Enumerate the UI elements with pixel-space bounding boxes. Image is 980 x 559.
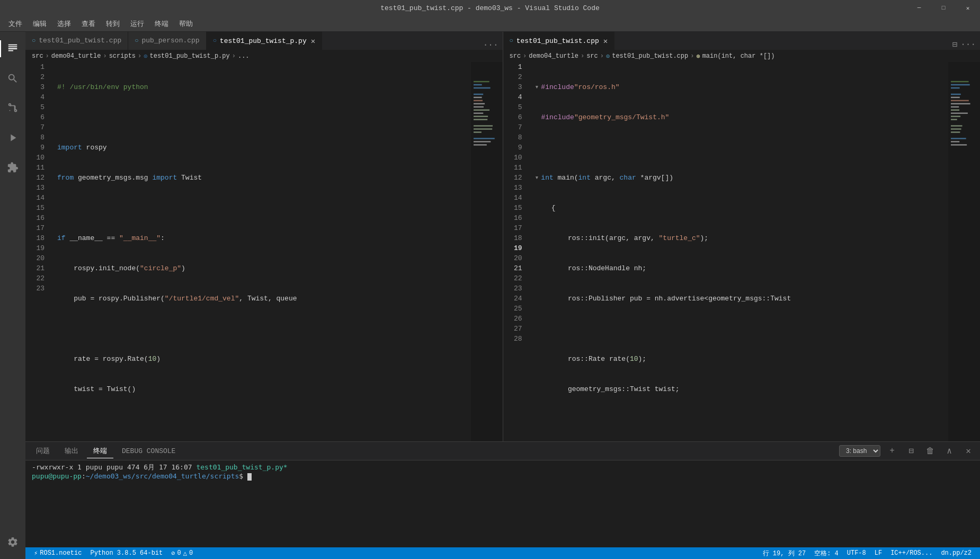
- panel-close-button[interactable]: ✕: [961, 443, 976, 458]
- panel-tab-problems[interactable]: 问题: [30, 444, 56, 458]
- right-tab-bar: ○ test01_pub_twist.cpp ✕ ⊟ ···: [503, 32, 981, 50]
- activity-source-control[interactable]: [0, 95, 25, 121]
- status-ros[interactable]: ⚡ ROS1.noetic: [30, 547, 86, 559]
- terminal-content[interactable]: -rwxrwxr-x 1 pupu pupu 474 6月 17 16:07 t…: [25, 460, 980, 547]
- terminal-line1: -rwxrwxr-x 1 pupu pupu 474 6月 17 16:07 t…: [32, 463, 974, 472]
- rbc-fn-name: main(int, char *[]): [702, 52, 775, 60]
- menu-select[interactable]: 选择: [53, 17, 75, 31]
- terminal-split-button[interactable]: ⊟: [904, 443, 919, 458]
- ros-icon: ⚡: [34, 549, 38, 557]
- bc-scripts: scripts: [109, 52, 136, 60]
- menu-view[interactable]: 查看: [77, 17, 100, 31]
- main-layout: ○ test01_pub_twist.cpp ○ pub_person.cpp …: [0, 32, 980, 559]
- left-tab-bar: ○ test01_pub_twist.cpp ○ pub_person.cpp …: [25, 32, 503, 50]
- right-editor-pane: ○ test01_pub_twist.cpp ✕ ⊟ ··· src › dem…: [503, 32, 981, 441]
- menu-goto[interactable]: 转到: [102, 17, 124, 31]
- code-line: [535, 414, 949, 424]
- activity-bar: [0, 32, 25, 559]
- rbc-fn-icon: ⊛: [696, 52, 700, 60]
- terminal-add-button[interactable]: +: [885, 443, 899, 458]
- panel-tab-output[interactable]: 输出: [58, 444, 85, 458]
- panel-tab-terminal[interactable]: 终端: [87, 444, 113, 458]
- code-line: {: [535, 203, 949, 213]
- rbc-demo04: demo04_turtle: [529, 52, 578, 60]
- panel-tab-debug[interactable]: DEBUG CONSOLE: [115, 445, 182, 457]
- code-line: ros::Rate rate(10);: [535, 354, 949, 364]
- code-line: twist = Twist(): [57, 384, 471, 394]
- spaces-label: 空格: 4: [814, 549, 839, 558]
- status-encoding[interactable]: UTF-8: [843, 547, 870, 559]
- tab-left-pub-twist-cpp[interactable]: ○ test01_pub_twist.cpp: [25, 32, 128, 50]
- status-python[interactable]: Python 3.8.5 64-bit: [86, 547, 167, 559]
- code-line: ros::Publisher pub = nh.advertise<geomet…: [535, 294, 949, 304]
- code-line: rospy.init_node("circle_p"): [57, 263, 471, 273]
- language-label: IC++/ROS...: [890, 549, 932, 557]
- code-line: #! /usr/bin/env python: [57, 82, 471, 92]
- code-line: geometry_msgs::Twist twist;: [535, 384, 949, 394]
- code-line: import rospy: [57, 143, 471, 153]
- left-minimap: [471, 62, 503, 441]
- menu-edit[interactable]: 编辑: [29, 17, 51, 31]
- rbc-cpp-file: test01_pub_twist.cpp: [612, 52, 688, 60]
- terminal-selector[interactable]: 3: bash: [839, 445, 880, 457]
- maximize-button[interactable]: □: [931, 0, 956, 16]
- left-code-editor[interactable]: 1 2 3 4 5 6 7 8 9 10 11 12 13 14: [25, 62, 503, 441]
- left-editor-pane: ○ test01_pub_twist.cpp ○ pub_person.cpp …: [25, 32, 503, 441]
- right-code-editor[interactable]: 1 2 3 4 5 6 7 8 9 10 11 12 13 14: [503, 62, 981, 441]
- warning-count: 0: [189, 549, 193, 557]
- right-minimap-canvas: [948, 62, 980, 441]
- rbc-src2: src: [586, 52, 598, 60]
- code-line: [535, 143, 949, 153]
- status-bar: ⚡ ROS1.noetic Python 3.8.5 64-bit ⊘ 0 △ …: [25, 547, 980, 559]
- rbc-src: src: [510, 52, 521, 60]
- tab-left-pub-person[interactable]: ○ pub_person.cpp: [128, 32, 206, 50]
- terminal-maximize-button[interactable]: ∧: [942, 443, 957, 458]
- left-pane-more-icon[interactable]: ···: [483, 40, 498, 50]
- editor-area: ○ test01_pub_twist.cpp ○ pub_person.cpp …: [25, 32, 980, 559]
- code-line: [535, 324, 949, 334]
- menu-help[interactable]: 帮助: [175, 17, 197, 31]
- left-code-content: #! /usr/bin/env python import rospy from…: [53, 62, 471, 441]
- error-icon: ⊘: [171, 549, 175, 557]
- activity-explorer[interactable]: [0, 36, 25, 61]
- activity-run-debug[interactable]: [0, 125, 25, 150]
- title-controls: ─ □ ✕: [907, 0, 980, 16]
- minimize-button[interactable]: ─: [907, 0, 931, 16]
- activity-settings[interactable]: [0, 529, 25, 555]
- right-split-icon[interactable]: ⊟: [952, 39, 958, 50]
- activity-extensions[interactable]: [0, 155, 25, 180]
- cpp-file-icon2: ○: [135, 37, 138, 45]
- status-line-col[interactable]: 行 19, 列 27: [759, 547, 810, 559]
- tab-left-twist-py-close[interactable]: ✕: [311, 37, 315, 46]
- tab-right-pub-twist-cpp[interactable]: ○ test01_pub_twist.cpp ✕: [503, 32, 615, 50]
- status-language[interactable]: IC++/ROS...: [886, 547, 937, 559]
- tab-left-pub-twist-label: test01_pub_twist.cpp: [39, 37, 121, 45]
- tab-right-label: test01_pub_twist.cpp: [516, 37, 599, 45]
- encoding-label: UTF-8: [847, 549, 866, 557]
- bc-src: src: [32, 52, 43, 60]
- code-line: ▾ int main(int argc, char *argv[]): [535, 173, 949, 183]
- status-feedback[interactable]: dn.pp/z2: [937, 547, 976, 559]
- status-spaces[interactable]: 空格: 4: [810, 547, 843, 559]
- menu-run[interactable]: 运行: [126, 17, 148, 31]
- code-line: [57, 414, 471, 424]
- right-pane-more-icon[interactable]: ···: [960, 40, 976, 49]
- tab-left-twist-py[interactable]: ○ test01_pub_twist_p.py ✕: [207, 32, 322, 50]
- bc-ellipsis: ...: [238, 52, 250, 60]
- tab-left-pub-person-label: pub_person.cpp: [141, 37, 199, 45]
- status-errors[interactable]: ⊘ 0 △ 0: [167, 547, 197, 559]
- menu-file[interactable]: 文件: [4, 17, 26, 31]
- status-eol[interactable]: LF: [870, 547, 886, 559]
- bc-demo04: demo04_turtle: [51, 52, 101, 60]
- tab-right-close[interactable]: ✕: [603, 37, 608, 46]
- activity-search[interactable]: [0, 66, 25, 91]
- bc-py-file: test01_pub_twist_p.py: [150, 52, 230, 60]
- menu-terminal[interactable]: 终端: [150, 17, 173, 31]
- code-line: pub = rospy.Publisher("/turtle1/cmd_vel"…: [57, 294, 471, 304]
- status-right: 行 19, 列 27 空格: 4 UTF-8 LF IC++/ROS... dn…: [759, 547, 976, 559]
- right-pane-controls: ⊟ ···: [948, 39, 980, 50]
- tab-left-twist-py-label: test01_pub_twist_p.py: [220, 37, 307, 45]
- terminal-trash-button[interactable]: 🗑: [923, 443, 938, 458]
- error-count: 0: [177, 549, 181, 557]
- close-button[interactable]: ✕: [956, 0, 980, 16]
